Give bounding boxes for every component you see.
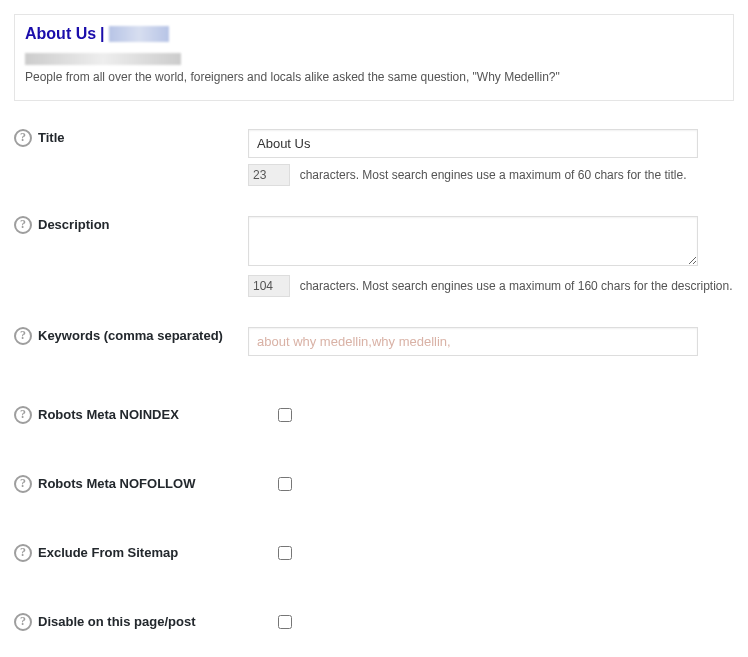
robots-noindex-label: Robots Meta NOINDEX xyxy=(38,407,179,422)
serp-preview-description: People from all over the world, foreigne… xyxy=(25,69,585,86)
exclude-sitemap-label: Exclude From Sitemap xyxy=(38,545,178,560)
description-char-count xyxy=(248,275,290,297)
help-icon[interactable]: ? xyxy=(14,216,32,234)
title-input[interactable] xyxy=(248,129,698,158)
serp-preview-separator: | xyxy=(100,25,104,43)
description-input[interactable] xyxy=(248,216,698,266)
serp-preview-title: About Us xyxy=(25,25,96,43)
redacted-site-name xyxy=(109,26,169,42)
description-hint: characters. Most search engines use a ma… xyxy=(300,279,733,293)
keywords-label: Keywords (comma separated) xyxy=(38,328,223,343)
title-char-count xyxy=(248,164,290,186)
help-icon[interactable]: ? xyxy=(14,613,32,631)
keywords-input[interactable] xyxy=(248,327,698,356)
robots-noindex-checkbox[interactable] xyxy=(278,408,292,422)
help-icon[interactable]: ? xyxy=(14,129,32,147)
serp-preview-title-line: About Us | xyxy=(25,25,723,43)
serp-preview: About Us | People from all over the worl… xyxy=(14,14,734,101)
disable-page-checkbox[interactable] xyxy=(278,615,292,629)
title-label: Title xyxy=(38,130,65,145)
disable-page-label: Disable on this page/post xyxy=(38,614,195,629)
exclude-sitemap-checkbox[interactable] xyxy=(278,546,292,560)
help-icon[interactable]: ? xyxy=(14,544,32,562)
redacted-url xyxy=(25,53,181,65)
help-icon[interactable]: ? xyxy=(14,327,32,345)
robots-nofollow-checkbox[interactable] xyxy=(278,477,292,491)
robots-nofollow-label: Robots Meta NOFOLLOW xyxy=(38,476,195,491)
help-icon[interactable]: ? xyxy=(14,406,32,424)
title-hint: characters. Most search engines use a ma… xyxy=(300,168,687,182)
help-icon[interactable]: ? xyxy=(14,475,32,493)
description-label: Description xyxy=(38,217,110,232)
